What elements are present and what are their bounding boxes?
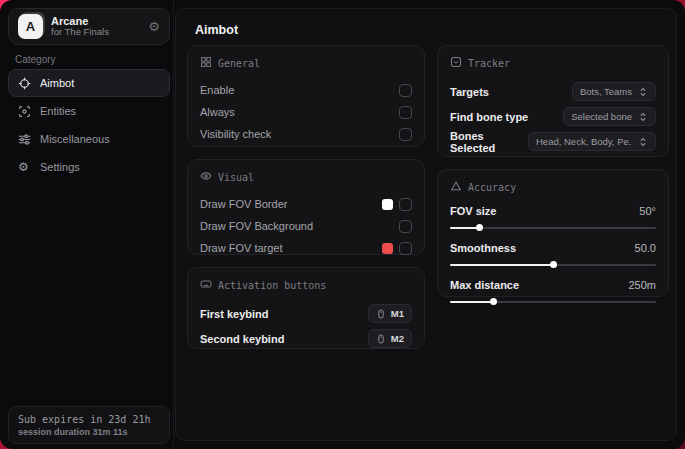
keybind-value: M2 <box>391 333 404 344</box>
accuracy-card: Accuracy FOV size 50° Smoothness 50.0 <box>437 169 669 297</box>
setting-row-second-keybind: Second keybind M2 <box>200 326 412 351</box>
general-card: General Enable Always Visibility check <box>187 45 425 147</box>
smoothness-slider[interactable] <box>450 262 656 268</box>
fov-target-color-swatch[interactable] <box>382 243 393 254</box>
gear-icon: ⚙ <box>18 161 31 174</box>
sidebar-nav: Aimbot Entities <box>8 69 170 181</box>
setting-label: Enable <box>200 84 234 96</box>
triangle-icon <box>450 180 462 194</box>
setting-row-enable: Enable <box>200 79 412 101</box>
sidebar-item-entities[interactable]: Entities <box>8 97 170 125</box>
setting-label: Bones Selected <box>450 130 528 154</box>
app-title-block: Arcane for The Finals <box>51 15 140 39</box>
smoothness-group: Smoothness 50.0 <box>450 240 656 268</box>
setting-label: Always <box>200 106 235 118</box>
select-value: Bots, Teams <box>580 86 632 97</box>
sliders-icon <box>18 133 31 146</box>
sidebar-item-aimbot[interactable]: Aimbot <box>8 69 170 97</box>
select-value: Head, Neck, Body, Pe.. <box>536 136 632 147</box>
general-card-header: General <box>200 56 412 70</box>
activation-card-header: Activation buttons <box>200 278 412 292</box>
always-checkbox[interactable] <box>399 106 412 119</box>
tracker-card-header: Tracker <box>450 56 656 70</box>
setting-label: Draw FOV Border <box>200 198 287 210</box>
chevrons-up-down-icon <box>638 87 648 97</box>
draw-fov-target-checkbox[interactable] <box>399 242 412 255</box>
eye-icon <box>200 170 212 184</box>
setting-label: FOV size <box>450 205 496 217</box>
setting-row-first-keybind: First keybind M1 <box>200 301 412 326</box>
fov-border-color-swatch[interactable] <box>382 199 393 210</box>
app-subtitle: for The Finals <box>51 27 140 38</box>
targets-select[interactable]: Bots, Teams <box>572 82 656 101</box>
setting-row-draw-fov-target: Draw FOV target <box>200 237 412 259</box>
first-keybind-button[interactable]: M1 <box>368 304 412 323</box>
find-bone-type-select[interactable]: Selected bone <box>563 107 656 126</box>
slider-thumb[interactable] <box>476 224 483 231</box>
bones-selected-select[interactable]: Head, Neck, Body, Pe.. <box>528 132 656 151</box>
select-value: Selected bone <box>571 111 632 122</box>
setting-label: Find bone type <box>450 111 528 123</box>
max-distance-group: Max distance 250m <box>450 277 656 305</box>
visibility-check-checkbox[interactable] <box>399 128 412 141</box>
second-keybind-button[interactable]: M2 <box>368 329 412 348</box>
setting-label: Draw FOV Background <box>200 220 313 232</box>
slider-thumb[interactable] <box>490 298 497 305</box>
app-logo-letter: A <box>26 19 35 34</box>
draw-fov-border-checkbox[interactable] <box>399 198 412 211</box>
setting-row-visibility-check: Visibility check <box>200 123 412 145</box>
setting-label: First keybind <box>200 308 268 320</box>
setting-label: Targets <box>450 86 489 98</box>
setting-label: Smoothness <box>450 242 516 254</box>
setting-row-draw-fov-border: Draw FOV Border <box>200 193 412 215</box>
sidebar-item-label: Settings <box>40 161 80 173</box>
crosshair-icon <box>18 77 31 90</box>
slider-thumb[interactable] <box>550 261 557 268</box>
keyboard-icon <box>200 278 212 292</box>
sidebar-item-miscellaneous[interactable]: Miscellaneous <box>8 125 170 153</box>
activation-card: Activation buttons First keybind M1 Seco… <box>187 267 425 349</box>
draw-fov-background-checkbox[interactable] <box>399 220 412 233</box>
entities-icon <box>18 105 31 118</box>
grid-icon <box>200 56 212 70</box>
sidebar-item-label: Miscellaneous <box>40 133 110 145</box>
enable-checkbox[interactable] <box>399 84 412 97</box>
setting-row-bones-selected: Bones Selected Head, Neck, Body, Pe.. <box>450 129 656 154</box>
setting-label: Max distance <box>450 279 519 291</box>
sub-expiry-text: Sub expires in 23d 21h <box>18 414 160 425</box>
max-distance-slider[interactable] <box>450 299 656 305</box>
card-header-label: Tracker <box>468 58 510 69</box>
setting-label: Second keybind <box>200 333 284 345</box>
setting-row-always: Always <box>200 101 412 123</box>
scan-target-icon <box>450 56 462 70</box>
category-label: Category <box>15 54 56 65</box>
accuracy-card-header: Accuracy <box>450 180 656 194</box>
keybind-value: M1 <box>391 308 404 319</box>
fov-size-slider[interactable] <box>450 225 656 231</box>
slider-fill <box>450 264 553 266</box>
visual-card-header: Visual <box>200 170 412 184</box>
sidebar-item-label: Aimbot <box>40 77 74 89</box>
card-header-label: Visual <box>218 172 254 183</box>
tracker-card: Tracker Targets Bots, Teams Find bone ty… <box>437 45 669 157</box>
mouse-icon <box>376 309 386 319</box>
fov-size-value: 50° <box>639 205 656 217</box>
setting-label: Visibility check <box>200 128 271 140</box>
setting-row-targets: Targets Bots, Teams <box>450 79 656 104</box>
slider-fill <box>450 301 493 303</box>
app-window: A Arcane for The Finals ⚙ Category Aimbo… <box>0 0 685 449</box>
chevrons-up-down-icon <box>638 137 648 147</box>
fov-size-group: FOV size 50° <box>450 203 656 231</box>
max-distance-value: 250m <box>628 279 656 291</box>
setting-label: Draw FOV target <box>200 242 283 254</box>
app-logo: A <box>18 14 43 39</box>
page-title: Aimbot <box>195 23 238 37</box>
mouse-icon <box>376 334 386 344</box>
slider-fill <box>450 227 479 229</box>
card-header-label: General <box>218 58 260 69</box>
app-header-card: A Arcane for The Finals ⚙ <box>8 8 170 45</box>
card-header-label: Activation buttons <box>218 280 326 291</box>
sidebar-item-label: Entities <box>40 105 76 117</box>
settings-gear-icon[interactable]: ⚙ <box>148 20 160 33</box>
sidebar-item-settings[interactable]: ⚙ Settings <box>8 153 170 181</box>
